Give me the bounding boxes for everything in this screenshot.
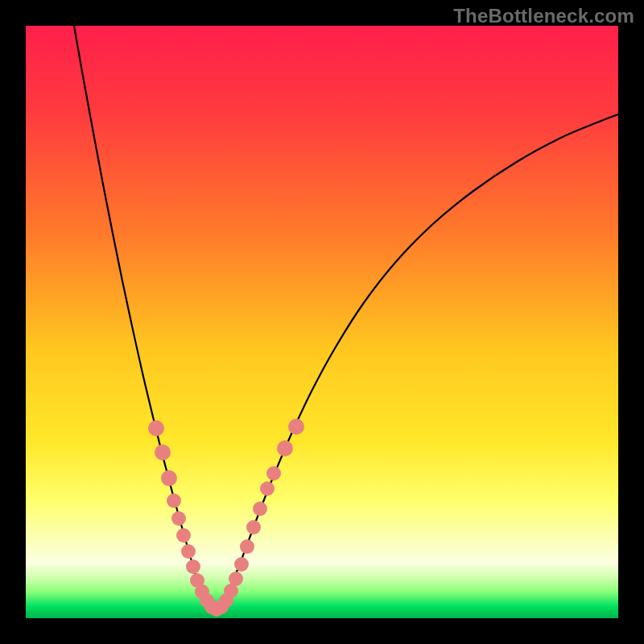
marker-2 [161, 470, 177, 486]
plot-area [26, 26, 618, 618]
marker-5 [176, 528, 191, 543]
marker-20 [253, 502, 267, 516]
marker-6 [181, 544, 196, 559]
marker-3 [167, 493, 181, 508]
marker-7 [186, 559, 200, 574]
marker-1 [155, 444, 171, 460]
marker-19 [246, 520, 261, 535]
marker-24 [288, 419, 304, 435]
marker-4 [171, 511, 186, 526]
marker-17 [234, 557, 249, 572]
marker-23 [277, 440, 293, 456]
marker-0 [148, 420, 164, 436]
marker-18 [240, 539, 254, 554]
chart-svg [26, 26, 618, 618]
gradient-background [26, 26, 618, 618]
watermark-text: TheBottleneck.com [453, 5, 634, 27]
marker-22 [266, 466, 281, 481]
marker-16 [229, 572, 243, 586]
marker-21 [260, 481, 275, 496]
chart-frame: TheBottleneck.com [0, 0, 644, 644]
